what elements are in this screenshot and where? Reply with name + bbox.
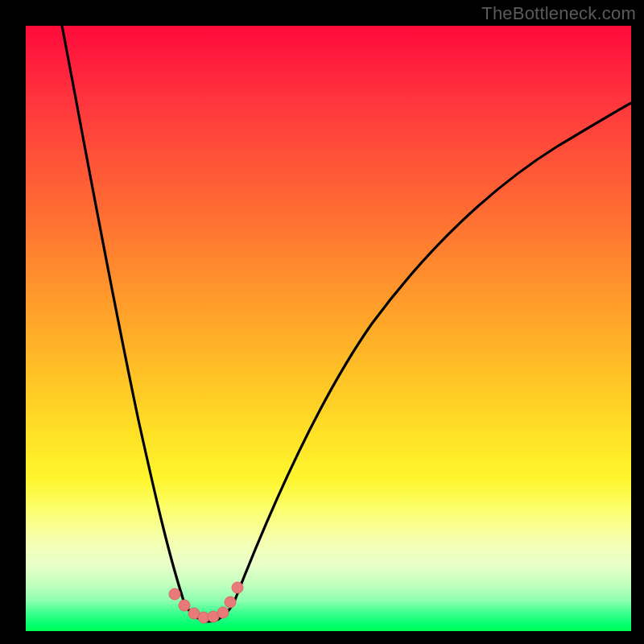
- curve-left-branch: [62, 26, 185, 605]
- valley-dot: [217, 607, 229, 618]
- curve-right-branch: [233, 103, 631, 604]
- watermark-text: TheBottleneck.com: [481, 3, 636, 24]
- chart-frame: TheBottleneck.com: [0, 0, 644, 644]
- valley-dot: [232, 582, 243, 593]
- valley-dot: [169, 588, 180, 600]
- valley-dot: [179, 600, 190, 611]
- curve-layer: [26, 26, 631, 631]
- valley-dot: [225, 597, 236, 608]
- plot-area: [26, 26, 631, 631]
